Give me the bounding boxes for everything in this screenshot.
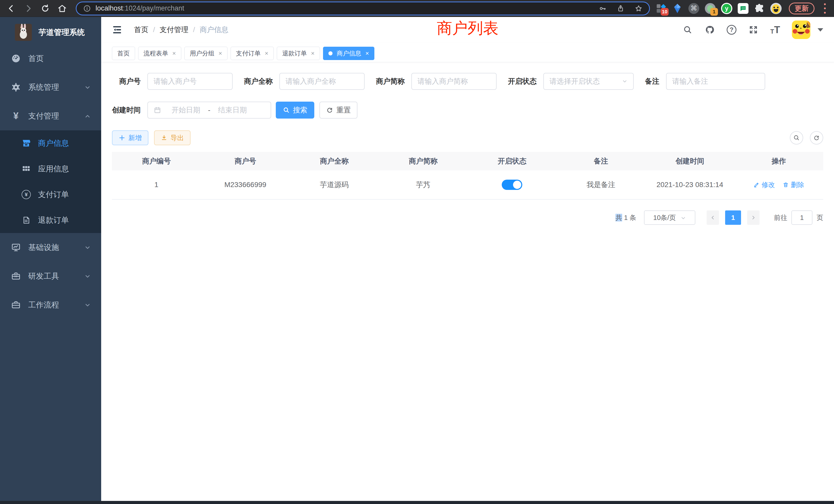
cell-merchant-id: 1 [112, 181, 201, 189]
tab-manager-extension-icon[interactable]: 10 [655, 3, 666, 14]
sidebar-item-merchant-info[interactable]: 商户信息 [0, 130, 101, 156]
store-icon [21, 138, 31, 148]
app-logo-row[interactable]: 芋道管理系统 [0, 17, 101, 44]
chevron-down-icon [622, 78, 628, 84]
sidebar-item-system[interactable]: 系统管理 [0, 73, 101, 101]
tab-user-group[interactable]: 用户分组× [184, 47, 227, 60]
fullscreen-icon[interactable] [748, 25, 759, 35]
page-content: 商户号 商户全称 商户简称 开启状态 请选择开启状态 备注 创建时间 [101, 62, 834, 235]
prev-page-button[interactable] [707, 210, 719, 225]
date-range-picker[interactable]: - [147, 101, 271, 118]
add-button[interactable]: 新增 [112, 130, 148, 145]
tab-merchant-info[interactable]: 商户信息× [323, 47, 374, 60]
full-name-input[interactable] [286, 77, 358, 86]
breadcrumb-home[interactable]: 首页 [134, 25, 148, 35]
grid-icon [21, 164, 31, 174]
sidebar: 芋道管理系统 首页 系统管理 ¥ 支付管理 [0, 17, 101, 501]
sidebar-item-app-info[interactable]: 应用信息 [0, 156, 101, 182]
url-path: :1024/pay/merchant [123, 4, 184, 12]
start-date-input[interactable] [166, 106, 206, 114]
search-button[interactable]: 搜索 [276, 101, 314, 118]
back-icon[interactable] [7, 4, 16, 13]
profile-extension-icon[interactable]: 1 [705, 3, 716, 14]
forward-icon[interactable] [24, 4, 33, 13]
github-icon[interactable] [705, 25, 715, 35]
user-avatar[interactable] [792, 21, 810, 39]
window-bottom-edge [0, 501, 834, 504]
edit-link[interactable]: 修改 [753, 180, 775, 189]
filter-label: 开启状态 [508, 76, 537, 86]
status-select[interactable]: 请选择开启状态 [543, 73, 634, 90]
help-icon[interactable]: ? [727, 25, 737, 35]
close-icon[interactable]: × [265, 50, 268, 56]
sidebar-item-infrastructure[interactable]: 基础设施 [0, 233, 101, 262]
font-size-icon[interactable]: TT [770, 25, 780, 35]
breadcrumb-separator: / [193, 26, 195, 34]
total-count: 共 1 条 [615, 213, 636, 222]
kite-extension-icon[interactable] [672, 3, 683, 14]
bookmark-star-icon[interactable] [635, 5, 642, 12]
next-page-button[interactable] [747, 210, 760, 225]
extension-badge-1: 1 [710, 8, 718, 16]
gear-icon [10, 82, 22, 93]
sidebar-item-pay-order[interactable]: ¥ 支付订单 [0, 182, 101, 207]
url-bar[interactable]: localhost:1024/pay/merchant [76, 2, 649, 15]
close-icon[interactable]: × [311, 50, 314, 56]
search-icon [283, 107, 290, 114]
jump-page-input[interactable] [791, 210, 812, 225]
col-header: 操作 [734, 156, 823, 166]
close-icon[interactable]: × [366, 50, 369, 56]
short-name-input[interactable] [418, 77, 490, 86]
page-number-1[interactable]: 1 [725, 210, 741, 225]
tab-home[interactable]: 首页 [112, 47, 135, 60]
sidebar-item-dev-tools[interactable]: 研发工具 [0, 262, 101, 291]
close-icon[interactable]: × [172, 50, 176, 56]
merchant-no-input[interactable] [154, 77, 226, 86]
top-navbar: 首页 / 支付管理 / 商户信息 ? TT [101, 17, 834, 43]
status-toggle[interactable] [502, 180, 522, 190]
filter-row-2: 创建时间 - 搜索 重置 [112, 101, 823, 118]
plus-icon [118, 135, 125, 141]
export-button[interactable]: 导出 [154, 130, 191, 145]
show-search-toggle-button[interactable] [790, 131, 803, 144]
extension-badge: 10 [661, 8, 668, 16]
tab-pay-order[interactable]: 支付订单× [231, 47, 274, 60]
avatar-caret-icon[interactable] [817, 28, 823, 31]
tab-process-form[interactable]: 流程表单× [138, 47, 181, 60]
close-icon[interactable]: × [219, 50, 222, 56]
key-icon[interactable] [599, 5, 607, 12]
command-extension-icon[interactable]: ⌘ [688, 3, 699, 14]
reload-icon[interactable] [41, 4, 50, 13]
yudao-extension-icon[interactable]: y [721, 3, 732, 14]
chat-extension-icon[interactable] [738, 3, 749, 14]
browser-menu-icon[interactable] [823, 3, 826, 14]
sidebar-item-workflow[interactable]: 工作流程 [0, 291, 101, 319]
page-size-select[interactable]: 10条/页 [644, 210, 695, 225]
end-date-input[interactable] [212, 106, 253, 114]
chevron-down-icon [84, 244, 91, 251]
site-info-icon[interactable] [83, 5, 91, 12]
share-icon[interactable] [617, 5, 624, 12]
col-header: 商户全称 [290, 156, 379, 166]
reset-button[interactable]: 重置 [320, 101, 357, 118]
search-icon[interactable] [682, 25, 693, 35]
chevron-down-icon [84, 273, 91, 279]
sidebar-item-payment[interactable]: ¥ 支付管理 [0, 101, 101, 130]
sidebar-item-refund-order[interactable]: 退款订单 [0, 207, 101, 233]
toolbox-icon [10, 271, 22, 282]
extensions-puzzle-icon[interactable] [754, 3, 765, 14]
delete-link[interactable]: 删除 [783, 180, 804, 189]
tab-refund-order[interactable]: 退款订单× [277, 47, 320, 60]
home-icon[interactable] [58, 4, 67, 13]
breadcrumb-payment[interactable]: 支付管理 [160, 25, 189, 35]
chrome-update-button[interactable]: 更新 [789, 3, 814, 14]
sidebar-collapse-icon[interactable] [112, 25, 122, 35]
sidebar-item-home[interactable]: 首页 [0, 44, 101, 73]
browser-profile-avatar[interactable] [770, 3, 782, 14]
filter-label: 备注 [645, 76, 659, 86]
col-header: 创建时间 [645, 156, 734, 166]
remark-input[interactable] [672, 77, 759, 86]
sidebar-item-label: 工作流程 [28, 300, 59, 310]
refresh-table-button[interactable] [810, 131, 823, 144]
jump-prefix: 前往 [774, 213, 787, 222]
